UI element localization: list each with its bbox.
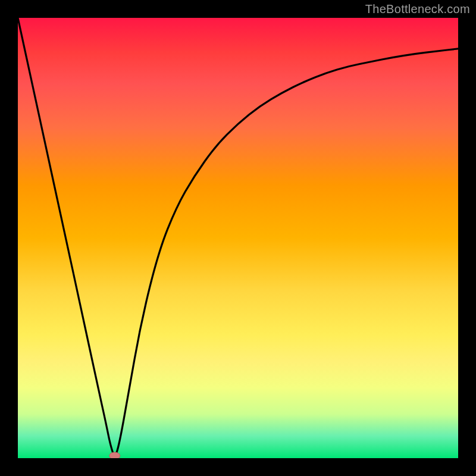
plot-svg <box>18 18 458 458</box>
chart-frame: TheBottleneck.com <box>0 0 476 476</box>
bottleneck-curve <box>18 18 458 455</box>
watermark-text: TheBottleneck.com <box>365 2 470 16</box>
plot-area <box>18 18 458 458</box>
optimal-marker <box>109 452 120 458</box>
